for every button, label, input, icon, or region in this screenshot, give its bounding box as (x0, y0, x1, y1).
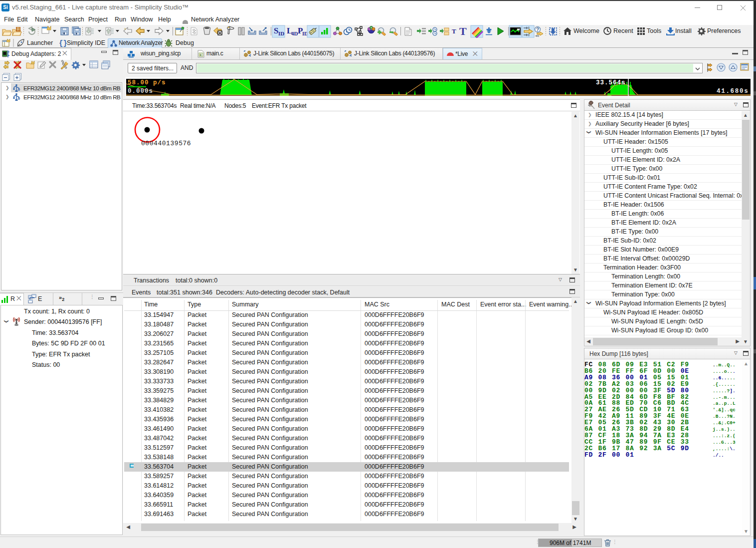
svg-text:T: T (459, 25, 467, 37)
svg-text:ID: ID (278, 30, 284, 36)
svg-text:T: T (518, 28, 519, 31)
svg-text:000440139576: 000440139576 (141, 140, 191, 147)
svg-text:?: ? (536, 27, 539, 32)
svg-text:T: T (452, 27, 456, 35)
svg-text:4D: 4D (291, 30, 298, 36)
svg-text:c: c (200, 53, 202, 56)
svg-text:{}: {} (59, 39, 67, 47)
